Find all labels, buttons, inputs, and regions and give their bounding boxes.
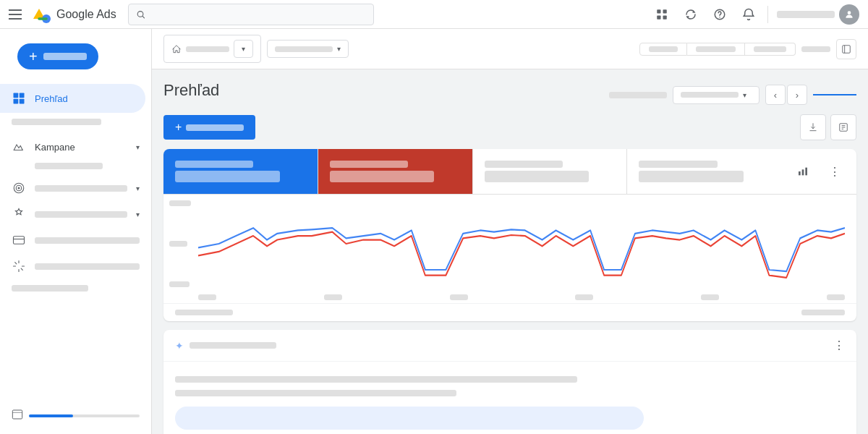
sidebar-item-tools[interactable]: ▾ [0,201,151,227]
metric-box-4[interactable] [627,149,781,194]
goals-icon [12,181,26,195]
campaigns-view-icon[interactable] [649,1,675,27]
menu-button[interactable] [9,6,26,23]
svg-rect-5 [657,15,660,19]
svg-rect-6 [663,15,667,19]
dropdown-home[interactable]: ▾ [163,35,261,63]
svg-point-16 [18,187,20,190]
svg-rect-29 [805,168,807,176]
search-icon [136,9,145,20]
sidebar-bottom [0,397,151,434]
insights-icon [12,259,26,273]
blue-underline [813,94,856,95]
chart-action-icons [800,114,856,140]
avatar[interactable] [839,4,859,25]
sidebar-item-prehled-label: Prehľad [35,93,68,104]
account-area [777,4,859,25]
chart-metrics: ⋮ [163,149,856,195]
next-arrow[interactable]: › [787,85,807,105]
chart-more-options[interactable]: ⋮ [822,158,848,184]
ai-card: ✦ ⋮ [163,330,856,434]
progress-bar-container [29,414,140,417]
storage-icon [12,409,23,422]
progress-bar-fill [29,414,73,417]
svg-rect-12 [14,99,19,104]
kampane-sub-1 [0,160,151,172]
download-icon[interactable] [800,114,826,140]
notifications-icon[interactable] [736,1,762,27]
sidebar-placeholder-last [0,282,151,294]
kampane-icon [12,140,26,154]
svg-rect-10 [14,93,19,98]
svg-line-2 [142,16,144,17]
extra-tab-label [801,46,830,52]
sidebar-item-prehled[interactable]: Prehľad [0,84,145,113]
svg-rect-11 [20,93,25,98]
date-picker[interactable]: ▾ [673,86,760,104]
svg-rect-27 [799,171,801,175]
sidebar: + Prehľad [0,29,152,434]
help-icon[interactable] [707,1,733,27]
svg-rect-21 [843,45,851,53]
prev-arrow[interactable]: ‹ [765,85,786,105]
svg-rect-28 [802,169,804,175]
logo-area: Google Ads [32,4,116,25]
date-picker-chevron: ▾ [743,91,746,99]
chart-view-toggle[interactable] [790,158,816,184]
chart-controls: ⋮ [781,149,856,194]
tab-3[interactable] [745,43,796,56]
metric-box-1[interactable] [163,149,318,194]
main-content: ▾ ▾ [152,29,868,434]
svg-rect-19 [12,410,22,419]
overview-icon [12,91,26,106]
metric-box-2[interactable] [318,149,473,194]
controls-row: ▾ ▾ [152,29,868,69]
add-button-row: + [152,114,868,149]
collapse-sidebar-btn[interactable] [836,39,856,59]
report-icon[interactable] [830,114,856,140]
metric-box-3[interactable] [473,149,628,194]
kampane-header[interactable]: Kampane ▾ [0,134,151,160]
svg-point-9 [848,11,851,14]
sidebar-item-insights[interactable] [0,253,151,279]
title-right-controls: ▾ ‹ › [609,85,856,105]
create-plus-icon: + [29,49,38,64]
svg-point-8 [719,17,720,18]
create-button[interactable]: + [17,43,98,69]
svg-rect-4 [663,9,667,13]
sidebar-item-goals[interactable]: ▾ [0,175,151,201]
google-ads-logo-icon [32,4,52,25]
top-icons [649,1,859,27]
search-bar[interactable] [128,4,374,25]
goals-chevron: ▾ [136,184,140,192]
tools-chevron: ▾ [136,210,140,218]
ai-action-button[interactable] [175,407,644,430]
top-bar: Google Ads [0,0,868,29]
chart-area [163,195,856,303]
sidebar-item-billing[interactable] [0,227,151,253]
svg-rect-13 [20,99,25,104]
ai-more-options[interactable]: ⋮ [833,339,845,352]
add-button[interactable]: + [163,115,255,140]
dropdown-secondary[interactable]: ▾ [267,40,349,58]
create-label-bar [43,53,87,60]
account-name-bar [777,11,835,18]
refresh-icon[interactable] [678,1,704,27]
sidebar-kampane-section: Kampane ▾ [0,131,151,175]
add-icon: + [175,121,182,134]
page-title-row: Prehľad ▾ ‹ › [152,69,868,114]
tab-1[interactable] [639,43,687,56]
tab-2[interactable] [687,43,745,56]
x-axis-labels [198,294,845,300]
ai-line-2 [175,390,456,396]
dropdown-secondary-chevron: ▾ [337,45,341,53]
sidebar-storage-item [0,403,151,428]
ai-sparkle-icon: ✦ [175,340,184,352]
search-input[interactable] [150,9,366,20]
right-controls [639,39,856,59]
chart-card: ⋮ [163,149,856,321]
sidebar-placeholder-1 [0,114,151,129]
kampane-chevron: ▾ [136,143,140,151]
divider [767,6,768,23]
page-title: Prehľad [163,81,219,100]
